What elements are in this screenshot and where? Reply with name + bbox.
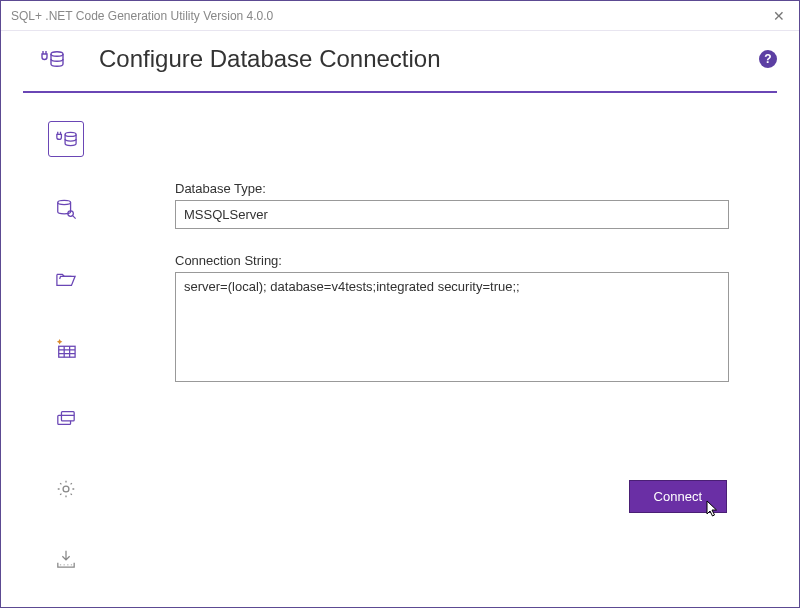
button-row: Connect bbox=[175, 480, 729, 513]
connstr-input[interactable] bbox=[175, 272, 729, 382]
folder-open-icon bbox=[55, 269, 77, 289]
cursor-icon bbox=[706, 500, 720, 518]
nav-configure-connection[interactable] bbox=[48, 121, 84, 157]
download-icon bbox=[55, 549, 77, 569]
connect-button-label: Connect bbox=[654, 489, 702, 504]
page-header: Configure Database Connection ? bbox=[1, 31, 799, 91]
connstr-label: Connection String: bbox=[175, 253, 729, 268]
cards-icon bbox=[55, 409, 77, 429]
plug-db-icon bbox=[54, 128, 78, 150]
svg-point-2 bbox=[58, 200, 71, 204]
nav-settings[interactable] bbox=[48, 471, 84, 507]
svg-rect-6 bbox=[61, 412, 74, 421]
nav-open-folder[interactable] bbox=[48, 261, 84, 297]
connect-button[interactable]: Connect bbox=[629, 480, 727, 513]
titlebar: SQL+ .NET Code Generation Utility Versio… bbox=[1, 1, 799, 31]
sidebar bbox=[31, 113, 101, 587]
close-icon[interactable]: ✕ bbox=[769, 8, 789, 24]
body: Database Type: Connection String: Connec… bbox=[1, 93, 799, 607]
page-title: Configure Database Connection bbox=[99, 45, 759, 73]
db-search-icon bbox=[55, 198, 77, 220]
nav-download[interactable] bbox=[48, 541, 84, 577]
nav-new-list[interactable] bbox=[48, 331, 84, 367]
help-icon[interactable]: ? bbox=[759, 50, 777, 68]
svg-point-7 bbox=[63, 486, 69, 492]
sparkle-list-icon bbox=[55, 339, 77, 359]
nav-cards[interactable] bbox=[48, 401, 84, 437]
gear-icon bbox=[55, 478, 77, 500]
dbtype-input[interactable] bbox=[175, 200, 729, 229]
svg-rect-4 bbox=[59, 346, 75, 357]
window-title: SQL+ .NET Code Generation Utility Versio… bbox=[11, 9, 769, 23]
connstr-row: Connection String: bbox=[175, 253, 729, 386]
nav-db-search[interactable] bbox=[48, 191, 84, 227]
plug-db-icon bbox=[39, 47, 69, 71]
form-area: Database Type: Connection String: Connec… bbox=[101, 113, 777, 587]
svg-point-1 bbox=[65, 132, 76, 136]
app-window: SQL+ .NET Code Generation Utility Versio… bbox=[0, 0, 800, 608]
dbtype-row: Database Type: bbox=[175, 181, 729, 229]
dbtype-label: Database Type: bbox=[175, 181, 729, 196]
svg-point-0 bbox=[51, 52, 63, 56]
